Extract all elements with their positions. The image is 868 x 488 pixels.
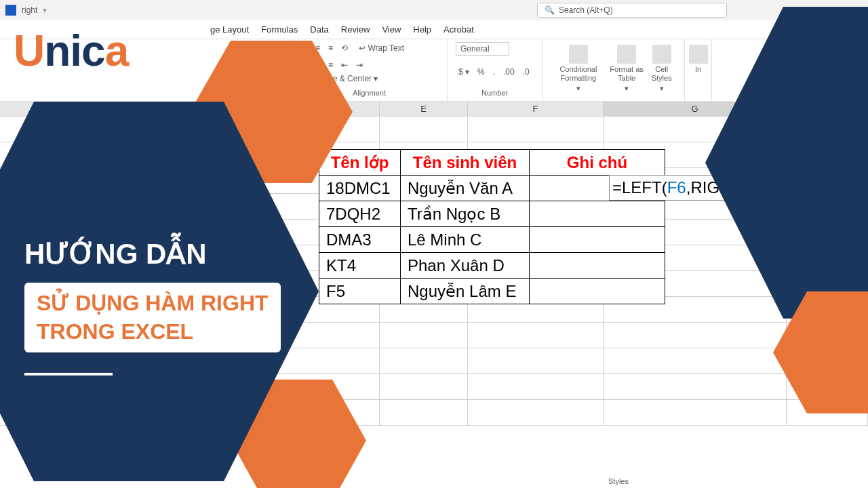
overlay-subtitle-1: SỬ DỤNG HÀM RIGHT <box>37 289 269 318</box>
dropdown-icon[interactable]: ▾ <box>43 5 47 15</box>
cells-group: In <box>685 39 712 101</box>
formula-comma1: , <box>686 178 691 197</box>
cell[interactable] <box>530 201 665 227</box>
formula-ref1: F6 <box>667 178 686 197</box>
comma-icon[interactable]: , <box>490 66 498 78</box>
logo-c: c <box>81 26 105 75</box>
col-E[interactable]: E <box>380 102 468 116</box>
tab-formulas[interactable]: Formulas <box>261 24 298 35</box>
cell[interactable]: Lê Minh C <box>401 227 530 253</box>
insert-icon <box>689 45 708 64</box>
overlay-underline <box>24 373 113 375</box>
table-row[interactable]: F5Nguyễn Lâm E <box>319 279 665 304</box>
table-row[interactable]: DMA3Lê Minh C <box>319 227 665 253</box>
app-icon <box>5 5 16 16</box>
header-ten-lop[interactable]: Tên lớp <box>319 150 401 176</box>
overlay-title: HƯỚNG DẪN <box>24 237 281 270</box>
data-table[interactable]: Tên lớp Tên sinh viên Ghi chú 18DMC1Nguy… <box>319 149 665 304</box>
tab-data[interactable]: Data <box>310 24 328 35</box>
increase-decimal-icon[interactable]: .00 <box>500 66 517 78</box>
cell[interactable]: Trần Ngọc B <box>401 201 530 227</box>
number-label: Number <box>456 87 534 98</box>
table-row[interactable]: 7DQH2Trần Ngọc B <box>319 201 665 227</box>
number-group: General $ ▾ % , .00 .0 Number <box>448 39 542 101</box>
logo-n: n <box>44 26 70 75</box>
table-icon <box>617 45 636 64</box>
cell[interactable] <box>530 253 665 279</box>
cell-styles-icon <box>652 45 671 64</box>
cell[interactable]: F5 <box>319 279 401 304</box>
number-format-select[interactable]: General <box>456 42 509 56</box>
cell[interactable]: 18DMC1 <box>319 176 401 201</box>
tab-help[interactable]: Help <box>413 24 431 35</box>
logo-i: i <box>70 26 81 75</box>
search-placeholder: Search (Alt+Q) <box>559 5 613 15</box>
cell[interactable] <box>530 279 665 304</box>
titlebar-text: right <box>22 5 37 15</box>
tab-view[interactable]: View <box>382 24 401 35</box>
insert-button[interactable]: In <box>693 42 703 77</box>
overlay-subtitle-2: TRONG EXCEL <box>37 318 269 346</box>
overlay-box: SỬ DỤNG HÀM RIGHT TRONG EXCEL <box>24 283 281 352</box>
cell[interactable]: Nguyễn Văn A <box>401 176 530 201</box>
indent-left-icon[interactable]: ⇤ <box>338 59 351 71</box>
tab-layout[interactable]: ge Layout <box>210 24 249 35</box>
conditional-formatting-button[interactable]: Conditional Formatting ▾ <box>551 42 606 96</box>
table-row[interactable]: KT4Phan Xuân D <box>319 253 665 279</box>
cell[interactable] <box>530 227 665 253</box>
cell[interactable]: KT4 <box>319 253 401 279</box>
currency-icon[interactable]: $ ▾ <box>456 66 472 78</box>
decrease-decimal-icon[interactable]: .0 <box>520 66 532 78</box>
cell[interactable]: Phan Xuân D <box>401 253 530 279</box>
cell[interactable]: DMA3 <box>319 227 401 253</box>
formula-fn1: LEFT <box>622 178 662 197</box>
search-input[interactable]: 🔍 Search (Alt+Q) <box>537 3 727 18</box>
orientation-icon[interactable]: ⟲ <box>338 42 351 54</box>
header-ghi-chu[interactable]: Ghi chú <box>530 150 665 176</box>
header-ten-sinh-vien[interactable]: Tên sinh viên <box>401 150 530 176</box>
logo-u: U <box>14 26 44 75</box>
titlebar: right ▾ 🔍 Search (Alt+Q) <box>0 0 868 20</box>
styles-group: Conditional Formatting ▾ Format as Table… <box>542 39 685 101</box>
overlay-text: HƯỚNG DẪN SỬ DỤNG HÀM RIGHT TRONG EXCEL <box>24 237 281 375</box>
ribbon-tabs: ge Layout Formulas Data Review View Help… <box>0 20 868 39</box>
styles-label: Styles <box>551 476 686 487</box>
align-bottom-icon[interactable]: ≡ <box>326 42 336 54</box>
cond-format-icon <box>569 45 588 64</box>
table-header-row: Tên lớp Tên sinh viên Ghi chú <box>319 150 665 176</box>
formula-eq: = <box>612 178 622 197</box>
search-icon: 🔍 <box>545 5 555 15</box>
formula-open1: ( <box>662 178 667 197</box>
cell[interactable]: Nguyễn Lâm E <box>401 279 530 304</box>
col-F[interactable]: F <box>468 102 604 116</box>
logo-a: a <box>105 26 129 75</box>
tab-review[interactable]: Review <box>341 24 370 35</box>
format-as-table-button[interactable]: Format as Table ▾ <box>606 42 647 96</box>
percent-icon[interactable]: % <box>475 66 488 78</box>
cell-styles-button[interactable]: Cell Styles ▾ <box>647 42 676 96</box>
cell[interactable]: 7DQH2 <box>319 201 401 227</box>
tab-acrobat[interactable]: Acrobat <box>443 24 474 35</box>
ribbon: 25 A^ A˅ ≡ ≡ ≡ ⟲ ↩ Wrap Text ≡ ≡ ≡ ⇤ ⇥ ⊞… <box>0 39 868 102</box>
indent-right-icon[interactable]: ⇥ <box>353 59 366 71</box>
wrap-text-button[interactable]: ↩ Wrap Text <box>359 43 404 53</box>
unica-logo: Unica <box>14 26 128 76</box>
